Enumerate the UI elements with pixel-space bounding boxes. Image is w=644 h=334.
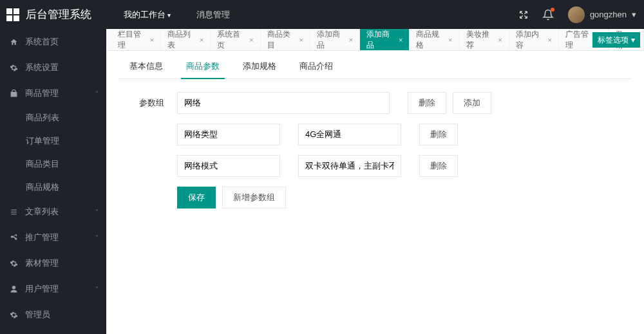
app-title: 后台管理系统 [26, 7, 91, 22]
tab-label: 商品列表 [167, 29, 196, 30]
tab-label: 促销 [615, 29, 629, 30]
chevron-down-icon: ▾ [632, 10, 636, 19]
tab-label: 添加内容 [516, 29, 544, 30]
avatar [568, 6, 585, 23]
top-menu-item[interactable]: 我的工作台▾ [111, 0, 184, 29]
tab-label: 栏目管理 [118, 29, 146, 30]
user-menu[interactable]: gongzhen ▾ [560, 6, 644, 23]
user-name: gongzhen [590, 10, 627, 19]
header-right: gongzhen ▾ [511, 0, 644, 29]
notification-icon[interactable] [536, 0, 560, 29]
tab-label: 商品类目 [267, 29, 296, 30]
top-menu-item[interactable]: 消息管理 [184, 0, 243, 29]
fullscreen-icon[interactable] [511, 0, 536, 29]
top-header: 后台管理系统 我的工作台▾消息管理 gongzhen ▾ [0, 0, 644, 29]
app-icon [6, 8, 19, 21]
tab-label: 添加商品 [317, 29, 345, 30]
tab-label: 添加商品 [366, 29, 395, 30]
chevron-down-icon: ▾ [167, 12, 171, 19]
tab-label: 广告管理 [565, 29, 594, 30]
tab-label: 商品规格 [416, 29, 444, 30]
top-menu: 我的工作台▾消息管理 [111, 0, 243, 29]
tab-label: 系统首页 [217, 29, 245, 30]
notification-dot [551, 8, 554, 12]
tab-label: 美妆推荐 [466, 29, 495, 30]
